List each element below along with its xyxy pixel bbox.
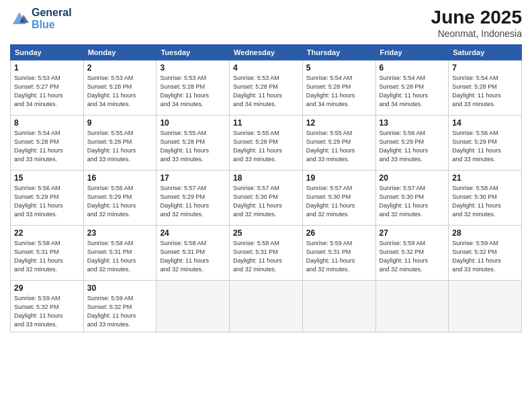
day-number: 10	[160, 118, 226, 128]
day-number: 15	[14, 173, 80, 183]
calendar-header-saturday: Saturday	[449, 45, 522, 60]
day-info: Sunrise: 5:53 AMSunset: 5:28 PMDaylight:…	[160, 74, 226, 109]
day-info: Sunrise: 5:59 AMSunset: 5:32 PMDaylight:…	[452, 239, 518, 274]
calendar-week-row: 8Sunrise: 5:54 AMSunset: 5:28 PMDaylight…	[11, 116, 522, 171]
day-number: 9	[87, 118, 153, 128]
location: Neonmat, Indonesia	[431, 28, 522, 39]
calendar-cell	[375, 281, 449, 332]
day-info: Sunrise: 5:56 AMSunset: 5:29 PMDaylight:…	[87, 184, 153, 219]
day-info: Sunrise: 5:53 AMSunset: 5:27 PMDaylight:…	[14, 74, 80, 109]
title-area: June 2025 Neonmat, Indonesia	[431, 7, 522, 39]
day-number: 7	[452, 63, 518, 73]
day-info: Sunrise: 5:57 AMSunset: 5:30 PMDaylight:…	[380, 184, 445, 219]
day-number: 11	[233, 118, 299, 128]
day-info: Sunrise: 5:53 AMSunset: 5:28 PMDaylight:…	[87, 74, 153, 109]
day-info: Sunrise: 5:59 AMSunset: 5:31 PMDaylight:…	[306, 239, 372, 274]
calendar-week-row: 29Sunrise: 5:59 AMSunset: 5:32 PMDayligh…	[11, 281, 522, 332]
day-info: Sunrise: 5:55 AMSunset: 5:28 PMDaylight:…	[87, 129, 153, 164]
day-number: 19	[306, 173, 372, 183]
calendar-cell: 29Sunrise: 5:59 AMSunset: 5:32 PMDayligh…	[11, 281, 84, 332]
day-number: 29	[14, 283, 80, 293]
day-info: Sunrise: 5:55 AMSunset: 5:29 PMDaylight:…	[306, 129, 372, 164]
day-number: 14	[452, 118, 518, 128]
day-number: 16	[87, 173, 153, 183]
calendar-week-row: 15Sunrise: 5:56 AMSunset: 5:29 PMDayligh…	[11, 171, 522, 226]
day-info: Sunrise: 5:58 AMSunset: 5:31 PMDaylight:…	[160, 239, 226, 274]
day-info: Sunrise: 5:54 AMSunset: 5:28 PMDaylight:…	[14, 129, 80, 164]
calendar-cell: 9Sunrise: 5:55 AMSunset: 5:28 PMDaylight…	[83, 116, 157, 171]
logo-text: General Blue	[32, 7, 72, 31]
calendar-cell: 11Sunrise: 5:55 AMSunset: 5:28 PMDayligh…	[230, 116, 303, 171]
calendar-cell: 13Sunrise: 5:56 AMSunset: 5:29 PMDayligh…	[375, 116, 449, 171]
day-info: Sunrise: 5:57 AMSunset: 5:30 PMDaylight:…	[233, 184, 299, 219]
calendar-cell	[230, 281, 303, 332]
day-info: Sunrise: 5:56 AMSunset: 5:29 PMDaylight:…	[452, 129, 518, 164]
calendar-cell: 25Sunrise: 5:58 AMSunset: 5:31 PMDayligh…	[230, 226, 303, 281]
day-number: 13	[380, 118, 445, 128]
calendar-cell: 7Sunrise: 5:54 AMSunset: 5:28 PMDaylight…	[449, 60, 522, 116]
calendar-page: General Blue June 2025 Neonmat, Indonesi…	[0, 0, 532, 411]
logo: General Blue	[10, 7, 72, 31]
calendar-cell: 26Sunrise: 5:59 AMSunset: 5:31 PMDayligh…	[302, 226, 375, 281]
calendar-cell: 14Sunrise: 5:56 AMSunset: 5:29 PMDayligh…	[449, 116, 522, 171]
day-info: Sunrise: 5:59 AMSunset: 5:32 PMDaylight:…	[14, 294, 80, 329]
calendar-cell: 17Sunrise: 5:57 AMSunset: 5:29 PMDayligh…	[157, 171, 230, 226]
day-number: 1	[14, 63, 80, 73]
calendar-week-row: 1Sunrise: 5:53 AMSunset: 5:27 PMDaylight…	[11, 60, 522, 116]
day-number: 5	[306, 63, 372, 73]
day-number: 24	[160, 228, 226, 238]
day-info: Sunrise: 5:58 AMSunset: 5:31 PMDaylight:…	[14, 239, 80, 274]
calendar-header-tuesday: Tuesday	[157, 45, 230, 60]
day-number: 20	[380, 173, 445, 183]
day-info: Sunrise: 5:55 AMSunset: 5:28 PMDaylight:…	[160, 129, 226, 164]
calendar-header-sunday: Sunday	[11, 45, 84, 60]
calendar-cell: 24Sunrise: 5:58 AMSunset: 5:31 PMDayligh…	[157, 226, 230, 281]
day-info: Sunrise: 5:53 AMSunset: 5:28 PMDaylight:…	[233, 74, 299, 109]
day-number: 8	[14, 118, 80, 128]
day-info: Sunrise: 5:54 AMSunset: 5:28 PMDaylight:…	[380, 74, 445, 109]
day-number: 4	[233, 63, 299, 73]
day-number: 23	[87, 228, 153, 238]
header: General Blue June 2025 Neonmat, Indonesi…	[10, 7, 522, 39]
calendar-cell: 12Sunrise: 5:55 AMSunset: 5:29 PMDayligh…	[302, 116, 375, 171]
calendar-cell: 15Sunrise: 5:56 AMSunset: 5:29 PMDayligh…	[11, 171, 84, 226]
calendar-cell: 8Sunrise: 5:54 AMSunset: 5:28 PMDaylight…	[11, 116, 84, 171]
calendar-cell	[302, 281, 375, 332]
calendar-cell: 19Sunrise: 5:57 AMSunset: 5:30 PMDayligh…	[302, 171, 375, 226]
calendar-cell: 6Sunrise: 5:54 AMSunset: 5:28 PMDaylight…	[375, 60, 449, 116]
day-info: Sunrise: 5:56 AMSunset: 5:29 PMDaylight:…	[380, 129, 445, 164]
day-number: 17	[160, 173, 226, 183]
calendar-cell: 1Sunrise: 5:53 AMSunset: 5:27 PMDaylight…	[11, 60, 84, 116]
calendar-header-wednesday: Wednesday	[230, 45, 303, 60]
calendar-cell: 3Sunrise: 5:53 AMSunset: 5:28 PMDaylight…	[157, 60, 230, 116]
calendar-cell: 22Sunrise: 5:58 AMSunset: 5:31 PMDayligh…	[11, 226, 84, 281]
day-info: Sunrise: 5:59 AMSunset: 5:32 PMDaylight:…	[87, 294, 153, 329]
calendar-header-thursday: Thursday	[302, 45, 375, 60]
day-number: 25	[233, 228, 299, 238]
calendar-week-row: 22Sunrise: 5:58 AMSunset: 5:31 PMDayligh…	[11, 226, 522, 281]
day-info: Sunrise: 5:54 AMSunset: 5:28 PMDaylight:…	[306, 74, 372, 109]
day-number: 22	[14, 228, 80, 238]
day-number: 18	[233, 173, 299, 183]
calendar-cell: 20Sunrise: 5:57 AMSunset: 5:30 PMDayligh…	[375, 171, 449, 226]
day-number: 2	[87, 63, 153, 73]
day-number: 28	[452, 228, 518, 238]
day-number: 6	[380, 63, 445, 73]
calendar-cell: 28Sunrise: 5:59 AMSunset: 5:32 PMDayligh…	[449, 226, 522, 281]
month-title: June 2025	[431, 7, 522, 28]
calendar-cell: 30Sunrise: 5:59 AMSunset: 5:32 PMDayligh…	[83, 281, 157, 332]
calendar-cell: 2Sunrise: 5:53 AMSunset: 5:28 PMDaylight…	[83, 60, 157, 116]
calendar-cell: 21Sunrise: 5:58 AMSunset: 5:30 PMDayligh…	[449, 171, 522, 226]
day-info: Sunrise: 5:56 AMSunset: 5:29 PMDaylight:…	[14, 184, 80, 219]
day-number: 26	[306, 228, 372, 238]
calendar-table: SundayMondayTuesdayWednesdayThursdayFrid…	[10, 44, 522, 332]
day-info: Sunrise: 5:57 AMSunset: 5:30 PMDaylight:…	[306, 184, 372, 219]
calendar-cell	[157, 281, 230, 332]
calendar-header-friday: Friday	[375, 45, 449, 60]
day-number: 27	[380, 228, 445, 238]
calendar-header-monday: Monday	[83, 45, 157, 60]
calendar-cell: 23Sunrise: 5:58 AMSunset: 5:31 PMDayligh…	[83, 226, 157, 281]
day-info: Sunrise: 5:58 AMSunset: 5:31 PMDaylight:…	[87, 239, 153, 274]
logo-icon	[10, 9, 29, 28]
calendar-cell	[449, 281, 522, 332]
